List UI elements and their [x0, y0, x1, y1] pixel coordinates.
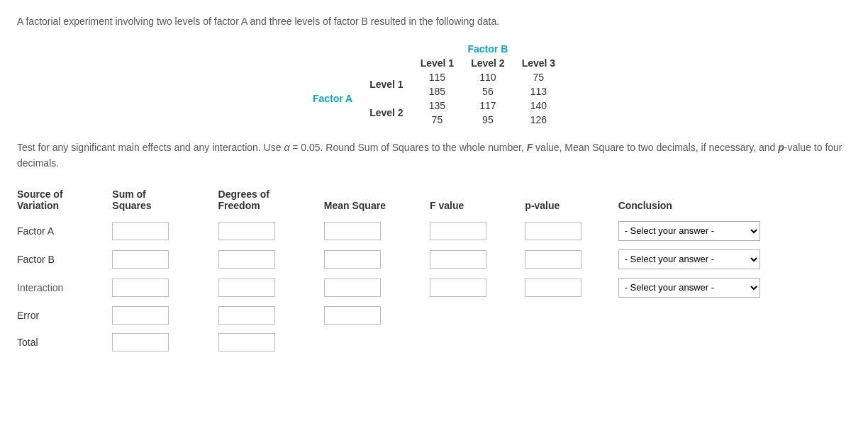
instructions: Test for any significant main effects an…: [17, 140, 851, 171]
row-deg-error[interactable]: [218, 302, 324, 329]
a2b2-row1: 117: [462, 99, 513, 113]
row-deg-total[interactable]: [218, 329, 324, 356]
conclusion-select-factor-b[interactable]: - Select your answer - Significant Not S…: [618, 249, 760, 269]
row-sum-factor-b[interactable]: [112, 245, 218, 274]
a1b3-row1: 75: [513, 70, 564, 84]
factor-a-level2-label: Level 2: [361, 99, 411, 127]
a1b3-row2: 113: [513, 84, 564, 99]
table-row: Factor A - Select your answer - Signific…: [17, 217, 851, 245]
instructions-text1: Test for any significant main effects an…: [17, 142, 284, 153]
row-f-error: [430, 302, 525, 329]
sum-header-line2: Squares: [112, 200, 151, 211]
mean-input-factor-a[interactable]: [324, 222, 381, 240]
row-sum-factor-a[interactable]: [112, 217, 218, 245]
mean-input-interaction[interactable]: [324, 279, 381, 297]
row-p-total: [525, 329, 618, 356]
data-table-container: Factor B Level 1 Level 2 Level 3 Factor …: [17, 42, 851, 127]
table-row: Interaction - Select your answer - Signi…: [17, 274, 851, 302]
row-mean-total: [324, 329, 430, 356]
row-source-factor-a: Factor A: [17, 217, 112, 245]
sum-input-error[interactable]: [112, 306, 169, 325]
row-conclusion-error: [618, 302, 851, 329]
factor-b-level1-header: Level 1: [412, 56, 462, 70]
row-f-total: [430, 329, 525, 356]
factor-b-level3-header: Level 3: [513, 56, 564, 70]
row-mean-error[interactable]: [324, 302, 430, 329]
factor-a-label: Factor A: [304, 70, 361, 127]
table-row: Total: [17, 329, 851, 356]
sum-header-line1: Sum of: [112, 189, 145, 200]
a2b3-row1: 140: [513, 99, 564, 113]
row-source-total: Total: [17, 329, 112, 356]
a1b1-row1: 115: [412, 70, 462, 84]
sum-input-factor-a[interactable]: [112, 222, 169, 240]
p-symbol: p: [778, 142, 784, 153]
row-f-factor-b[interactable]: [430, 245, 525, 274]
deg-input-error[interactable]: [218, 306, 275, 325]
deg-input-total[interactable]: [218, 333, 275, 352]
p-input-factor-b[interactable]: [525, 250, 582, 269]
row-source-factor-b: Factor B: [17, 245, 112, 274]
row-source-error: Error: [17, 302, 112, 329]
row-deg-factor-a[interactable]: [218, 217, 324, 245]
f-input-interaction[interactable]: [430, 279, 486, 297]
row-deg-interaction[interactable]: [218, 274, 324, 302]
row-conclusion-total: [618, 329, 851, 356]
sum-input-total[interactable]: [112, 333, 169, 352]
conclusion-select-factor-a[interactable]: - Select your answer - Significant Not S…: [618, 221, 760, 241]
row-sum-error[interactable]: [112, 302, 218, 329]
a1b1-row2: 185: [412, 84, 462, 99]
row-p-interaction[interactable]: [525, 274, 618, 302]
p-header: p-value: [525, 186, 618, 217]
mean-input-factor-b[interactable]: [324, 250, 381, 269]
row-deg-factor-b[interactable]: [218, 245, 324, 274]
row-conclusion-factor-b[interactable]: - Select your answer - Significant Not S…: [618, 245, 851, 274]
row-f-interaction[interactable]: [430, 274, 525, 302]
factor-b-level2-header: Level 2: [462, 56, 513, 70]
a1b2-row2: 56: [462, 84, 513, 99]
sum-input-interaction[interactable]: [112, 279, 169, 297]
p-input-interaction[interactable]: [525, 279, 582, 297]
source-header-line2: Variation: [17, 200, 59, 211]
row-mean-factor-a[interactable]: [324, 217, 430, 245]
row-conclusion-interaction[interactable]: - Select your answer - Significant Not S…: [618, 274, 851, 302]
row-f-factor-a[interactable]: [430, 217, 525, 245]
intro-text: A factorial experiment involving two lev…: [17, 14, 851, 29]
factor-b-label: Factor B: [412, 42, 564, 56]
deg-input-interaction[interactable]: [218, 279, 275, 297]
deg-input-factor-b[interactable]: [218, 250, 275, 269]
f-input-factor-a[interactable]: [430, 222, 486, 240]
row-mean-interaction[interactable]: [324, 274, 430, 302]
deg-input-factor-a[interactable]: [218, 222, 275, 240]
sum-input-factor-b[interactable]: [112, 250, 169, 269]
instructions-text3: value, Mean Square to two decimals, if n…: [533, 142, 778, 153]
table-row: Factor B - Select your answer - Signific…: [17, 245, 851, 274]
a2b3-row2: 126: [513, 113, 564, 127]
mean-header: Mean Square: [324, 186, 430, 217]
a2b1-row2: 75: [412, 113, 462, 127]
a2b2-row2: 95: [462, 113, 513, 127]
row-sum-total[interactable]: [112, 329, 218, 356]
a2b1-row1: 135: [412, 99, 462, 113]
row-sum-interaction[interactable]: [112, 274, 218, 302]
mean-input-error[interactable]: [324, 306, 381, 325]
f-header: F value: [430, 186, 525, 217]
anova-table: Source of Variation Sum of Squares Degre…: [17, 186, 851, 356]
row-p-error: [525, 302, 618, 329]
row-p-factor-a[interactable]: [525, 217, 618, 245]
row-source-interaction: Interaction: [17, 274, 112, 302]
source-header-line1: Source of: [17, 189, 63, 200]
f-input-factor-b[interactable]: [430, 250, 486, 269]
row-mean-factor-b[interactable]: [324, 245, 430, 274]
conclusion-select-interaction[interactable]: - Select your answer - Significant Not S…: [618, 278, 760, 298]
a1b2-row1: 110: [462, 70, 513, 84]
data-table: Factor B Level 1 Level 2 Level 3 Factor …: [304, 42, 564, 127]
degrees-header-line2: Freedom: [218, 200, 260, 211]
f-symbol: F: [527, 142, 533, 153]
p-input-factor-a[interactable]: [525, 222, 582, 240]
row-p-factor-b[interactable]: [525, 245, 618, 274]
table-row: Error: [17, 302, 851, 329]
row-conclusion-factor-a[interactable]: - Select your answer - Significant Not S…: [618, 217, 851, 245]
source-header: Source of Variation: [17, 186, 112, 217]
sum-header: Sum of Squares: [112, 186, 218, 217]
